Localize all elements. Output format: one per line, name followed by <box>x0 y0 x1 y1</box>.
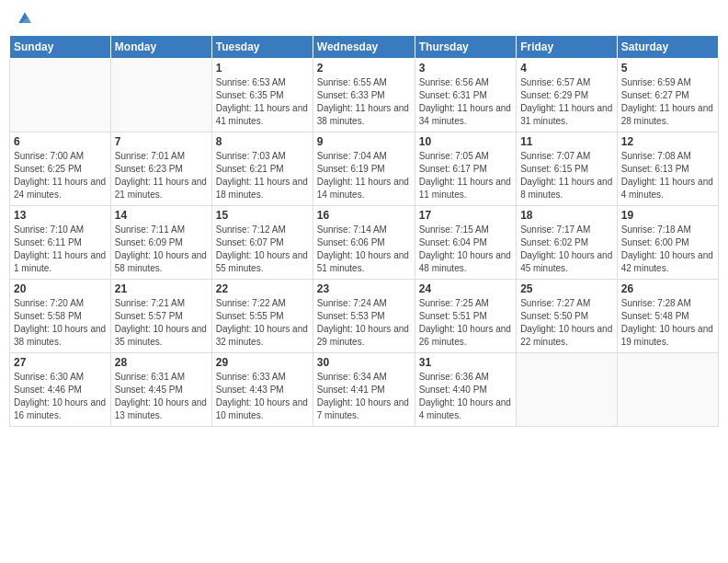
calendar-cell <box>10 59 111 132</box>
day-info: Sunrise: 6:36 AM Sunset: 4:40 PM Dayligh… <box>419 371 512 422</box>
day-number: 29 <box>216 356 309 369</box>
day-number: 13 <box>14 209 107 222</box>
day-number: 28 <box>115 356 208 369</box>
calendar-cell: 25Sunrise: 7:27 AM Sunset: 5:50 PM Dayli… <box>517 280 618 353</box>
calendar-cell: 10Sunrise: 7:05 AM Sunset: 6:17 PM Dayli… <box>415 132 516 206</box>
calendar-week-row: 6Sunrise: 7:00 AM Sunset: 6:25 PM Daylig… <box>10 132 719 206</box>
day-number: 15 <box>216 209 309 222</box>
day-header-sunday: Sunday <box>10 36 111 59</box>
day-info: Sunrise: 7:08 AM Sunset: 6:13 PM Dayligh… <box>621 150 714 201</box>
day-info: Sunrise: 6:30 AM Sunset: 4:46 PM Dayligh… <box>14 371 107 422</box>
calendar-cell: 22Sunrise: 7:22 AM Sunset: 5:55 PM Dayli… <box>211 280 313 353</box>
day-header-saturday: Saturday <box>617 36 718 59</box>
day-info: Sunrise: 7:28 AM Sunset: 5:48 PM Dayligh… <box>621 297 714 349</box>
calendar-table: SundayMondayTuesdayWednesdayThursdayFrid… <box>9 35 719 427</box>
day-number: 16 <box>317 209 411 222</box>
day-info: Sunrise: 6:53 AM Sunset: 6:35 PM Dayligh… <box>216 76 309 128</box>
calendar-week-row: 27Sunrise: 6:30 AM Sunset: 4:46 PM Dayli… <box>10 353 719 427</box>
day-number: 3 <box>419 62 512 75</box>
calendar-cell: 7Sunrise: 7:01 AM Sunset: 6:23 PM Daylig… <box>110 132 211 206</box>
day-header-tuesday: Tuesday <box>211 36 313 59</box>
day-header-thursday: Thursday <box>415 36 516 59</box>
day-info: Sunrise: 6:33 AM Sunset: 4:43 PM Dayligh… <box>216 371 309 422</box>
logo-icon <box>16 9 34 28</box>
calendar-cell: 31Sunrise: 6:36 AM Sunset: 4:40 PM Dayli… <box>415 353 516 427</box>
day-info: Sunrise: 7:14 AM Sunset: 6:06 PM Dayligh… <box>317 224 411 275</box>
day-number: 25 <box>520 282 613 295</box>
day-number: 23 <box>317 282 411 295</box>
calendar-cell: 6Sunrise: 7:00 AM Sunset: 6:25 PM Daylig… <box>10 132 111 206</box>
calendar-cell: 15Sunrise: 7:12 AM Sunset: 6:07 PM Dayli… <box>211 206 313 280</box>
day-info: Sunrise: 6:56 AM Sunset: 6:31 PM Dayligh… <box>419 76 512 128</box>
calendar-week-row: 13Sunrise: 7:10 AM Sunset: 6:11 PM Dayli… <box>10 206 719 280</box>
logo <box>14 9 34 28</box>
day-info: Sunrise: 7:10 AM Sunset: 6:11 PM Dayligh… <box>14 224 107 275</box>
day-number: 30 <box>317 356 411 369</box>
calendar-cell: 3Sunrise: 6:56 AM Sunset: 6:31 PM Daylig… <box>415 59 516 132</box>
day-number: 5 <box>621 62 714 75</box>
day-info: Sunrise: 7:25 AM Sunset: 5:51 PM Dayligh… <box>419 297 512 349</box>
day-number: 26 <box>621 282 714 295</box>
day-info: Sunrise: 7:00 AM Sunset: 6:25 PM Dayligh… <box>14 150 107 201</box>
calendar-cell: 5Sunrise: 6:59 AM Sunset: 6:27 PM Daylig… <box>617 59 718 132</box>
day-info: Sunrise: 7:18 AM Sunset: 6:00 PM Dayligh… <box>621 224 714 275</box>
day-number: 1 <box>216 62 309 75</box>
calendar-cell: 23Sunrise: 7:24 AM Sunset: 5:53 PM Dayli… <box>313 280 415 353</box>
calendar-cell: 27Sunrise: 6:30 AM Sunset: 4:46 PM Dayli… <box>10 353 111 427</box>
day-number: 24 <box>419 282 512 295</box>
calendar-cell: 11Sunrise: 7:07 AM Sunset: 6:15 PM Dayli… <box>517 132 618 206</box>
calendar-cell: 18Sunrise: 7:17 AM Sunset: 6:02 PM Dayli… <box>517 206 618 280</box>
day-info: Sunrise: 7:04 AM Sunset: 6:19 PM Dayligh… <box>317 150 411 201</box>
day-number: 17 <box>419 209 512 222</box>
calendar-cell: 8Sunrise: 7:03 AM Sunset: 6:21 PM Daylig… <box>211 132 313 206</box>
day-header-wednesday: Wednesday <box>313 36 415 59</box>
calendar-week-row: 1Sunrise: 6:53 AM Sunset: 6:35 PM Daylig… <box>10 59 719 132</box>
day-info: Sunrise: 7:12 AM Sunset: 6:07 PM Dayligh… <box>216 224 309 275</box>
calendar-cell <box>517 353 618 427</box>
calendar-cell: 14Sunrise: 7:11 AM Sunset: 6:09 PM Dayli… <box>110 206 211 280</box>
day-info: Sunrise: 7:05 AM Sunset: 6:17 PM Dayligh… <box>419 150 512 201</box>
day-info: Sunrise: 7:20 AM Sunset: 5:58 PM Dayligh… <box>14 297 107 349</box>
calendar-header-row: SundayMondayTuesdayWednesdayThursdayFrid… <box>10 36 719 59</box>
day-info: Sunrise: 7:27 AM Sunset: 5:50 PM Dayligh… <box>520 297 613 349</box>
day-number: 8 <box>216 135 309 148</box>
calendar-week-row: 20Sunrise: 7:20 AM Sunset: 5:58 PM Dayli… <box>10 280 719 353</box>
day-info: Sunrise: 7:17 AM Sunset: 6:02 PM Dayligh… <box>520 224 613 275</box>
calendar-cell: 30Sunrise: 6:34 AM Sunset: 4:41 PM Dayli… <box>313 353 415 427</box>
day-header-friday: Friday <box>517 36 618 59</box>
calendar-cell: 17Sunrise: 7:15 AM Sunset: 6:04 PM Dayli… <box>415 206 516 280</box>
day-number: 19 <box>621 209 714 222</box>
day-number: 21 <box>115 282 208 295</box>
day-number: 20 <box>14 282 107 295</box>
day-number: 7 <box>115 135 208 148</box>
calendar-cell: 28Sunrise: 6:31 AM Sunset: 4:45 PM Dayli… <box>110 353 211 427</box>
calendar-cell: 12Sunrise: 7:08 AM Sunset: 6:13 PM Dayli… <box>617 132 718 206</box>
day-number: 12 <box>621 135 714 148</box>
day-number: 2 <box>317 62 411 75</box>
day-info: Sunrise: 7:22 AM Sunset: 5:55 PM Dayligh… <box>216 297 309 349</box>
calendar-cell: 26Sunrise: 7:28 AM Sunset: 5:48 PM Dayli… <box>617 280 718 353</box>
day-info: Sunrise: 7:07 AM Sunset: 6:15 PM Dayligh… <box>520 150 613 201</box>
day-info: Sunrise: 7:11 AM Sunset: 6:09 PM Dayligh… <box>115 224 208 275</box>
calendar-cell <box>110 59 211 132</box>
calendar-cell: 2Sunrise: 6:55 AM Sunset: 6:33 PM Daylig… <box>313 59 415 132</box>
calendar-cell: 1Sunrise: 6:53 AM Sunset: 6:35 PM Daylig… <box>211 59 313 132</box>
day-number: 4 <box>520 62 613 75</box>
day-info: Sunrise: 6:57 AM Sunset: 6:29 PM Dayligh… <box>520 76 613 128</box>
day-number: 9 <box>317 135 411 148</box>
day-info: Sunrise: 7:24 AM Sunset: 5:53 PM Dayligh… <box>317 297 411 349</box>
calendar-cell: 24Sunrise: 7:25 AM Sunset: 5:51 PM Dayli… <box>415 280 516 353</box>
day-info: Sunrise: 6:31 AM Sunset: 4:45 PM Dayligh… <box>115 371 208 422</box>
day-number: 31 <box>419 356 512 369</box>
day-info: Sunrise: 7:01 AM Sunset: 6:23 PM Dayligh… <box>115 150 208 201</box>
day-number: 14 <box>115 209 208 222</box>
calendar-cell: 20Sunrise: 7:20 AM Sunset: 5:58 PM Dayli… <box>10 280 111 353</box>
day-info: Sunrise: 7:03 AM Sunset: 6:21 PM Dayligh… <box>216 150 309 201</box>
calendar-cell: 16Sunrise: 7:14 AM Sunset: 6:06 PM Dayli… <box>313 206 415 280</box>
day-info: Sunrise: 7:21 AM Sunset: 5:57 PM Dayligh… <box>115 297 208 349</box>
calendar-cell <box>617 353 718 427</box>
calendar-cell: 19Sunrise: 7:18 AM Sunset: 6:00 PM Dayli… <box>617 206 718 280</box>
day-number: 27 <box>14 356 107 369</box>
day-number: 11 <box>520 135 613 148</box>
day-number: 18 <box>520 209 613 222</box>
